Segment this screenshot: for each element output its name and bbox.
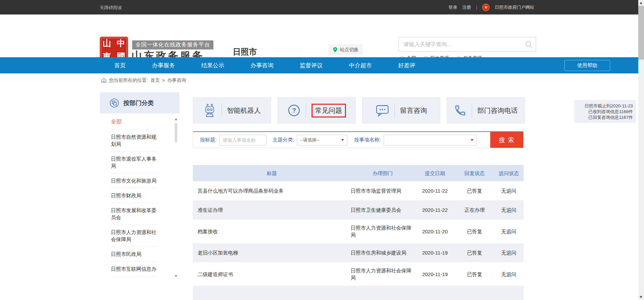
sidebar-item-all[interactable]: 全部 — [111, 113, 158, 130]
header-department: 办理部门 — [351, 170, 415, 177]
scrollbar-down-icon[interactable] — [640, 296, 642, 298]
row-date: 2020-11-20 — [415, 228, 455, 235]
nav-item-consult[interactable]: 办事咨询 — [251, 62, 273, 69]
sidebar-item-culture-tourism[interactable]: 日照市文化和旅游局 — [111, 173, 158, 188]
table-row[interactable]: 莒县什么地方可以办理商品条形码业务 日照市市场监督管理局 2020-11-22 … — [193, 181, 524, 200]
nav-item-supervision[interactable]: 监督评议 — [300, 62, 323, 69]
table-row[interactable]: 二级建造师证书 日照市人力资源和社会保障局 2020-11-19 已答复 无追问 — [193, 262, 524, 286]
row-department: 日照市人力资源和社会保障局 — [351, 267, 415, 281]
sidebar-scroll-thumb[interactable] — [175, 123, 177, 142]
breadcrumb-prefix: 您当前所在的位置: — [109, 77, 148, 84]
nav-items: 首页 办事服务 结果公示 办事咨询 监督评议 中介超市 好差评 — [114, 57, 415, 73]
search-icon[interactable] — [525, 40, 533, 49]
site-switch-button[interactable]: 站点切换 — [329, 44, 362, 55]
row-date: 2020-11-22 — [415, 206, 455, 213]
row-date: 2020-11-19 — [415, 271, 455, 278]
consult-channel-tabs: 智能机器人 ? 常见问题 留言咨询 部门咨询电话 — [193, 97, 525, 124]
keyword-search — [399, 37, 536, 52]
row-reply-status: 已答复 — [455, 228, 494, 235]
breadcrumb-current: 办事咨询 — [167, 77, 186, 84]
chevron-down-icon — [471, 139, 473, 141]
title-filter-input[interactable] — [219, 135, 266, 145]
tab-label-phone-consult: 部门咨询电话 — [477, 106, 518, 115]
row-follow-status: 无追问 — [494, 271, 524, 278]
platform-banner: 全国一体化在线政务服务平台 — [132, 40, 213, 49]
tab-smart-robot[interactable]: 智能机器人 — [193, 97, 271, 124]
tab-faq[interactable]: ? 常见问题 — [277, 97, 356, 124]
item-select[interactable] — [384, 135, 477, 145]
category-icon — [109, 98, 119, 108]
svg-text:?: ? — [292, 107, 296, 114]
stats-deadline: 日照市截止到2020-11-23 — [576, 103, 633, 109]
consult-stats-box: 日照市截止到2020-11-23 已收到咨询信息1168件 已回复咨询信息116… — [574, 100, 636, 123]
table-row-partial[interactable] — [193, 286, 524, 300]
phone-icon — [454, 104, 466, 116]
row-date: 2020-11-22 — [415, 187, 455, 194]
sidebar-item-human-resources[interactable]: 日照市人力资源和社会保障局 — [111, 225, 158, 247]
header-title: 标题 — [193, 170, 351, 177]
breadcrumb-separator: > — [162, 78, 165, 83]
tab-label-faq: 常见问题 — [312, 104, 346, 118]
seal-char: 中 — [117, 38, 125, 49]
sidebar-item-veterans[interactable]: 日照市退役军人事务局 — [111, 152, 158, 173]
nav-item-intermediary[interactable]: 中介超市 — [349, 62, 372, 69]
tab-divider — [472, 103, 472, 118]
tab-phone-consult[interactable]: 部门咨询电话 — [447, 97, 525, 124]
stats-received: 已收到咨询信息1168件 — [576, 109, 633, 114]
portal-link[interactable]: 日照市政府门户网站 — [495, 4, 534, 10]
category-select[interactable]: --请选择-- — [297, 135, 347, 145]
filter-search-button[interactable]: 搜 索 — [490, 132, 523, 148]
nav-item-services[interactable]: 办事服务 — [152, 62, 175, 69]
seal-char: 山 — [103, 38, 111, 49]
breadcrumb: 您当前所在的位置: 首页 > 办事咨询 — [101, 77, 186, 84]
sidebar-item-development-reform[interactable]: 日照市发展和改革委员会 — [111, 203, 158, 225]
sidebar-item-internet-info[interactable]: 日照市互联网信息办 — [111, 262, 158, 276]
sidebar-item-natural-resources[interactable]: 日照市自然资源和规划局 — [111, 130, 158, 152]
scrollbar-thumb[interactable] — [638, 6, 644, 60]
register-link[interactable]: 注册 — [462, 4, 471, 10]
department-sidebar: 按部门分类 全部 日照市自然资源和规划局 日照市退役军人事务局 日照市文化和旅游… — [100, 92, 179, 300]
site-header: 山 中 東 國 全国一体化在线政务服务平台 山东政务服务 日照市 站点切换 全部… — [0, 14, 644, 57]
row-title: 档案接收 — [193, 228, 351, 235]
robot-icon — [203, 103, 216, 118]
nav-item-rating[interactable]: 好差评 — [398, 62, 415, 69]
table-row[interactable]: 档案接收 日照市人力资源和社会保障局 2020-11-20 已答复 无追问 — [193, 220, 524, 243]
scroll-up-icon[interactable] — [175, 118, 177, 120]
tab-leave-message[interactable]: 留言咨询 — [362, 97, 440, 124]
faq-filter-bar: 按标题: 主题分类: --请选择-- 按事项名称: 搜 索 — [193, 131, 524, 148]
tab-divider — [394, 103, 395, 118]
top-right-group: 登录 注册 | ★ 日照市政府门户网站 — [448, 0, 534, 14]
location-pin-icon — [333, 47, 338, 53]
consult-table: 标题 办理部门 提交日期 回复状态 追问状态 莒县什么地方可以办理商品条形码业务… — [193, 165, 524, 300]
row-reply-status: 已答复 — [455, 271, 494, 278]
title-filter-label: 按标题: — [200, 137, 216, 143]
sidebar-scrollbar[interactable] — [174, 118, 178, 277]
breadcrumb-home-link[interactable]: 首页 — [150, 77, 160, 84]
row-follow-status: 无追问 — [494, 249, 524, 256]
help-button[interactable]: 使用帮助 — [564, 60, 610, 71]
page-scrollbar[interactable] — [638, 0, 644, 300]
sidebar-item-civil-affairs[interactable]: 日照市民政局 — [111, 247, 158, 262]
scrollbar-up-icon[interactable] — [640, 2, 642, 4]
chevron-down-icon — [341, 139, 344, 141]
row-date: 2020-11-19 — [415, 249, 455, 256]
login-link[interactable]: 登录 — [448, 4, 457, 10]
sidebar-item-finance[interactable]: 日照市财政局 — [111, 188, 158, 203]
table-row[interactable]: 老旧小区加装电梯 日照市住房和城乡建设局 2020-11-19 已答复 无追问 — [193, 243, 524, 262]
nav-item-results[interactable]: 结果公示 — [201, 62, 224, 69]
tab-divider — [306, 103, 306, 118]
main-navbar: 首页 办事服务 结果公示 办事咨询 监督评议 中介超市 好差评 使用帮助 — [0, 57, 644, 73]
header-date: 提交日期 — [415, 170, 455, 177]
tab-label-leave-message: 留言咨询 — [400, 106, 427, 115]
scroll-down-icon[interactable] — [175, 275, 177, 277]
national-emblem-icon: ★ — [482, 4, 490, 11]
row-department: 日照市卫生健康委员会 — [351, 206, 415, 213]
nav-item-home[interactable]: 首页 — [114, 62, 126, 69]
row-follow-status: 无追问 — [494, 206, 524, 213]
accessibility-link[interactable]: 无障碍阅读 — [100, 5, 122, 11]
row-title: 莒县什么地方可以办理商品条形码业务 — [193, 187, 351, 194]
row-title: 二级建造师证书 — [193, 271, 351, 278]
table-row[interactable]: 准生证办理 日照市卫生健康委员会 2020-11-22 正在办理 无追问 — [193, 200, 524, 220]
category-filter-label: 主题分类: — [272, 137, 294, 143]
search-input[interactable] — [399, 37, 536, 51]
